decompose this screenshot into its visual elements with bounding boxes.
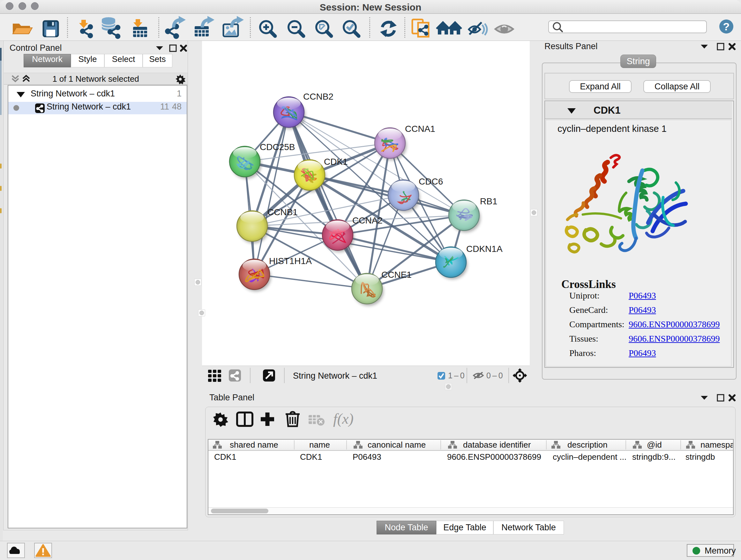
svg-text:description: description xyxy=(567,440,608,449)
svg-text:RB1: RB1 xyxy=(480,196,497,206)
svg-text:database identifier: database identifier xyxy=(463,440,531,449)
svg-text:CDC6: CDC6 xyxy=(419,177,443,186)
svg-text:CCNB2: CCNB2 xyxy=(303,91,333,102)
svg-text:canonical name: canonical name xyxy=(367,440,426,449)
svg-text:@id: @id xyxy=(647,440,662,449)
svg-text:CDK1: CDK1 xyxy=(324,157,348,167)
svg-text:CCNB1: CCNB1 xyxy=(267,207,298,217)
svg-text:f(x): f(x) xyxy=(333,411,354,427)
svg-text:1 – 0: 1 – 0 xyxy=(448,371,464,380)
svg-text:CCNA1: CCNA1 xyxy=(405,124,435,134)
svg-text:String Network – cdk1: String Network – cdk1 xyxy=(293,371,377,381)
svg-text:0 – 0: 0 – 0 xyxy=(486,371,502,380)
svg-text:name: name xyxy=(309,440,330,449)
svg-text:CCNA2: CCNA2 xyxy=(352,215,383,226)
svg-text:namespac: namespac xyxy=(700,440,733,449)
svg-text:shared name: shared name xyxy=(230,440,278,449)
svg-text:CDC25B: CDC25B xyxy=(260,142,295,152)
svg-text:HIST1H1A: HIST1H1A xyxy=(269,256,312,266)
svg-text:CCNE1: CCNE1 xyxy=(381,270,412,280)
svg-text:CDKN1A: CDKN1A xyxy=(466,244,502,254)
